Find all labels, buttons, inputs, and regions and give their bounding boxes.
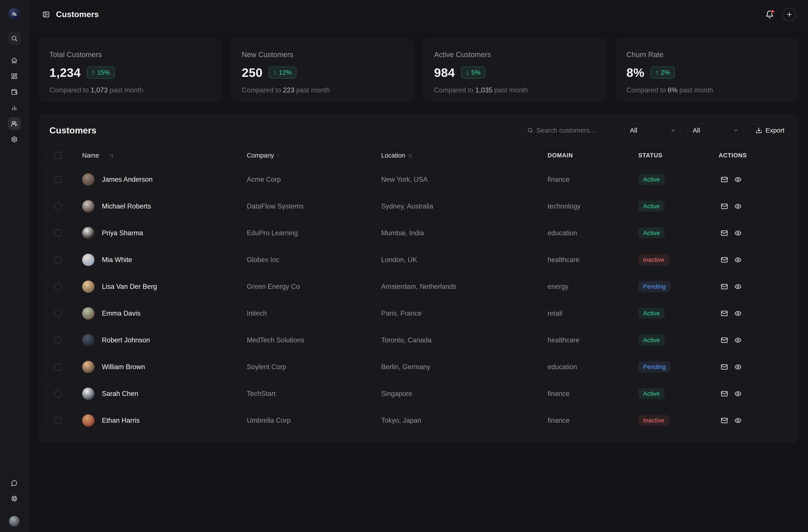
email-action-button[interactable] (721, 256, 728, 263)
customer-domain: healthcare (548, 336, 638, 344)
sidebar-item-help[interactable] (8, 492, 21, 505)
sidebar-item-home[interactable] (8, 54, 21, 67)
row-checkbox[interactable] (54, 337, 61, 344)
column-header-location[interactable]: Location↑↓ (381, 152, 548, 159)
email-action-button[interactable] (721, 390, 728, 397)
view-action-button[interactable] (734, 363, 741, 370)
stat-value-row: 1,234 ↑ 15% (50, 65, 210, 80)
view-action-button[interactable] (734, 390, 741, 397)
column-header-domain: DOMAIN (548, 152, 638, 159)
gear-icon (11, 136, 18, 142)
email-action-button[interactable] (721, 310, 728, 317)
sidebar-item-customers[interactable] (8, 117, 21, 130)
row-checkbox-cell (47, 256, 73, 263)
column-header-company[interactable]: Company↑ (247, 152, 381, 159)
export-label: Export (766, 127, 785, 134)
eye-icon (734, 310, 741, 317)
table-body: James Anderson Acme Corp New York, USA f… (47, 166, 790, 434)
eye-icon (734, 230, 741, 236)
column-header-name[interactable]: Name↑↓ (73, 152, 247, 159)
view-action-button[interactable] (734, 256, 741, 263)
eye-icon (734, 417, 741, 424)
sidebar-item-chat[interactable] (8, 477, 21, 490)
status-badge: Inactive (638, 254, 669, 266)
user-profile-avatar[interactable] (9, 516, 20, 527)
stat-delta-value: 2% (661, 69, 670, 76)
customer-domain: retail (548, 309, 638, 317)
customer-company: Acme Corp (247, 175, 381, 184)
email-action-button[interactable] (721, 230, 728, 236)
row-checkbox[interactable] (54, 203, 61, 210)
mail-icon (721, 337, 728, 344)
view-action-button[interactable] (734, 230, 741, 236)
select-all-checkbox[interactable] (54, 152, 61, 159)
column-label: DOMAIN (548, 152, 573, 159)
sidebar-item-analytics[interactable] (8, 101, 21, 114)
email-action-button[interactable] (721, 363, 728, 370)
view-action-button[interactable] (734, 176, 741, 183)
view-action-button[interactable] (734, 337, 741, 344)
chat-bubble-icon (11, 480, 18, 486)
email-action-button[interactable] (721, 417, 728, 424)
row-actions (719, 283, 790, 290)
row-checkbox[interactable] (54, 310, 61, 317)
stat-compare-suffix: past month (492, 86, 528, 94)
row-checkbox[interactable] (54, 390, 61, 397)
row-checkbox-cell (47, 310, 73, 317)
customer-company: Initech (247, 309, 381, 317)
topbar-actions (766, 8, 796, 21)
main-content: Total Customers 1,234 ↑ 15% Compared to … (29, 29, 808, 532)
email-action-button[interactable] (721, 337, 728, 344)
email-action-button[interactable] (721, 203, 728, 210)
sidebar-item-search[interactable] (8, 32, 21, 45)
customer-domain: healthcare (548, 256, 638, 264)
customer-name-cell: Ethan Harris (73, 414, 247, 427)
customer-name: Priya Sharma (102, 229, 143, 237)
view-action-button[interactable] (734, 310, 741, 317)
stat-value-row: 250 ↑ 12% (242, 65, 403, 80)
notifications-button[interactable] (766, 10, 774, 19)
customer-name-cell: Lisa Van Der Berg (73, 281, 247, 293)
status-badge: Active (638, 308, 665, 319)
row-checkbox[interactable] (54, 363, 61, 370)
row-checkbox[interactable] (54, 417, 61, 424)
add-new-button[interactable] (783, 8, 796, 21)
row-actions (719, 176, 790, 183)
table-row: Sarah Chen TechStart Singapore finance A… (47, 380, 790, 407)
customer-status-cell: Inactive (638, 415, 719, 426)
customer-name-cell: Michael Roberts (73, 200, 247, 212)
row-checkbox[interactable] (54, 256, 61, 263)
sidebar-item-settings[interactable] (8, 133, 21, 146)
mail-icon (721, 176, 728, 183)
stat-delta-value: 5% (471, 69, 480, 76)
customer-name-cell: Robert Johnson (73, 334, 247, 346)
sidebar-item-dashboard[interactable] (8, 70, 21, 82)
sidebar-item-wallet[interactable] (8, 86, 21, 98)
eye-icon (734, 203, 741, 210)
status-badge: Active (638, 201, 665, 212)
stat-compare-value: 1,035 (475, 86, 493, 94)
customer-name-cell: William Brown (73, 361, 247, 373)
avatar (82, 414, 94, 427)
row-checkbox-cell (47, 283, 73, 290)
filter-dropdown-1[interactable]: All (624, 124, 681, 137)
table-row: Michael Roberts DataFlow Systems Sydney,… (47, 193, 790, 220)
row-checkbox[interactable] (54, 176, 61, 183)
customer-location: Amsterdam, Netherlands (381, 283, 548, 290)
app-logo[interactable] (8, 8, 20, 20)
filter-dropdown-2[interactable]: All (687, 124, 744, 137)
sidebar-toggle-button[interactable] (42, 11, 50, 18)
email-action-button[interactable] (721, 283, 728, 290)
email-action-button[interactable] (721, 176, 728, 183)
stat-compare-text: Compared to 1,073 past month (50, 86, 210, 94)
view-action-button[interactable] (734, 283, 741, 290)
mail-icon (721, 363, 728, 370)
view-action-button[interactable] (734, 203, 741, 210)
row-checkbox[interactable] (54, 230, 61, 236)
view-action-button[interactable] (734, 417, 741, 424)
row-actions (719, 256, 790, 263)
search-input[interactable] (536, 127, 614, 134)
eye-icon (734, 176, 741, 183)
row-checkbox[interactable] (54, 283, 61, 290)
export-button[interactable]: Export (750, 124, 790, 137)
